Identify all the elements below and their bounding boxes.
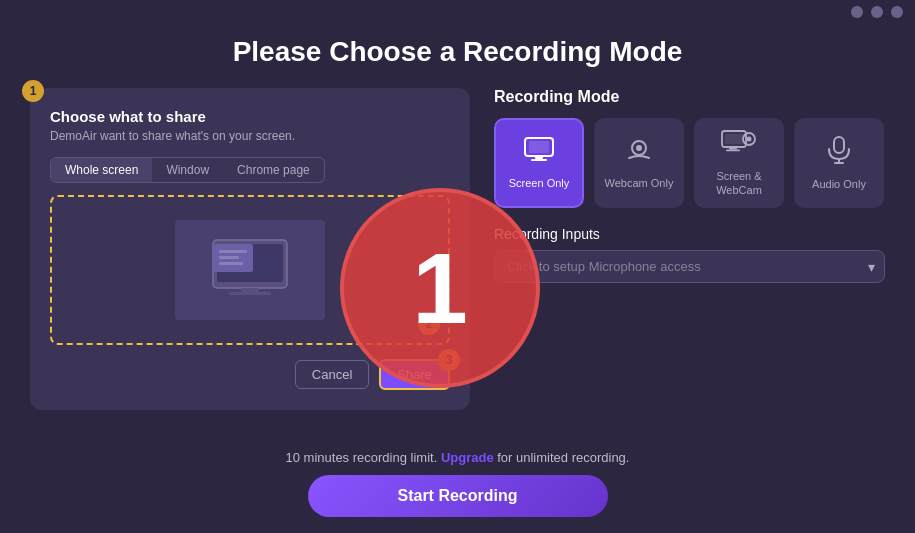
mode-webcam-only[interactable]: Webcam Only <box>594 118 684 208</box>
main-content: 1 Choose what to share DemoAir want to s… <box>0 88 915 410</box>
mode-screen-only-label: Screen Only <box>509 177 570 190</box>
recording-mode-label: Recording Mode <box>494 88 885 106</box>
upgrade-link[interactable]: Upgrade <box>441 450 494 465</box>
microphone-select[interactable]: Click to setup Microphone access <box>494 250 885 283</box>
share-dialog-title: Choose what to share <box>50 108 450 125</box>
svg-point-17 <box>747 137 752 142</box>
svg-rect-19 <box>726 150 740 152</box>
page-title: Please Choose a Recording Mode <box>233 36 683 68</box>
mode-screen-webcam-label: Screen &WebCam <box>716 170 762 196</box>
svg-rect-3 <box>219 250 247 253</box>
share-tabs: Whole screen Window Chrome page <box>50 157 325 183</box>
svg-rect-11 <box>531 159 547 161</box>
svg-rect-10 <box>535 156 543 159</box>
recording-mode-panel: Recording Mode Screen Only <box>494 88 885 410</box>
svg-rect-9 <box>529 141 549 153</box>
screen-only-icon <box>523 136 555 171</box>
svg-rect-18 <box>729 147 737 150</box>
step-3-badge: 3 <box>438 349 460 371</box>
dialog-actions: Cancel Share 3 <box>50 359 450 390</box>
bottom-section: 10 minutes recording limit. Upgrade for … <box>0 450 915 533</box>
share-dialog-subtitle: DemoAir want to share what's on your scr… <box>50 129 450 143</box>
screen-preview-area: 2 <box>50 195 450 345</box>
limit-text-suffix: for unlimited recording. <box>497 450 629 465</box>
start-recording-button[interactable]: Start Recording <box>308 475 608 517</box>
limit-text: 10 minutes recording limit. Upgrade for … <box>286 450 630 465</box>
screen-webcam-icon <box>721 129 757 164</box>
screen-share-panel: 1 Choose what to share DemoAir want to s… <box>30 88 470 410</box>
audio-inputs-label: Recording Inputs <box>494 226 885 242</box>
screen-preview-inner <box>175 220 325 320</box>
svg-rect-20 <box>834 137 844 153</box>
mode-webcam-only-label: Webcam Only <box>605 177 674 190</box>
tab-chrome-page[interactable]: Chrome page <box>223 158 324 182</box>
limit-text-main: 10 minutes recording limit. <box>286 450 438 465</box>
mode-audio-only-label: Audio Only <box>812 178 866 191</box>
webcam-only-icon <box>623 136 655 171</box>
svg-point-13 <box>636 145 642 151</box>
svg-rect-6 <box>241 288 259 292</box>
tab-window[interactable]: Window <box>152 158 223 182</box>
audio-only-icon <box>825 135 853 172</box>
select-wrapper: Click to setup Microphone access ▾ <box>494 250 885 283</box>
svg-rect-5 <box>219 262 243 265</box>
window-controls <box>851 6 903 18</box>
step-2-badge: 2 <box>418 313 440 335</box>
window-btn[interactable] <box>871 6 883 18</box>
mode-screen-webcam[interactable]: Screen &WebCam <box>694 118 784 208</box>
screen-preview-icon <box>205 236 295 304</box>
cancel-button[interactable]: Cancel <box>295 360 369 389</box>
mode-screen-only[interactable]: Screen Only <box>494 118 584 208</box>
svg-rect-7 <box>229 292 271 295</box>
svg-rect-4 <box>219 256 239 259</box>
mode-options: Screen Only Webcam Only <box>494 118 885 208</box>
tab-whole-screen[interactable]: Whole screen <box>51 158 152 182</box>
step-1-badge: 1 <box>22 80 44 102</box>
window-btn[interactable] <box>891 6 903 18</box>
window-btn[interactable] <box>851 6 863 18</box>
mode-audio-only[interactable]: Audio Only <box>794 118 884 208</box>
svg-rect-15 <box>725 134 743 144</box>
